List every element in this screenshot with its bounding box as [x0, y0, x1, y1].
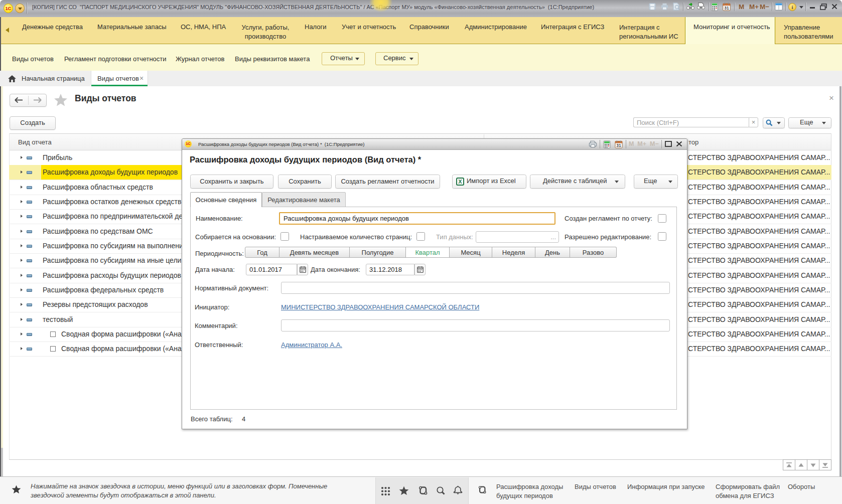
- svg-text:31: 31: [616, 143, 621, 148]
- svg-text:31: 31: [724, 6, 729, 11]
- svg-text:X: X: [458, 179, 462, 185]
